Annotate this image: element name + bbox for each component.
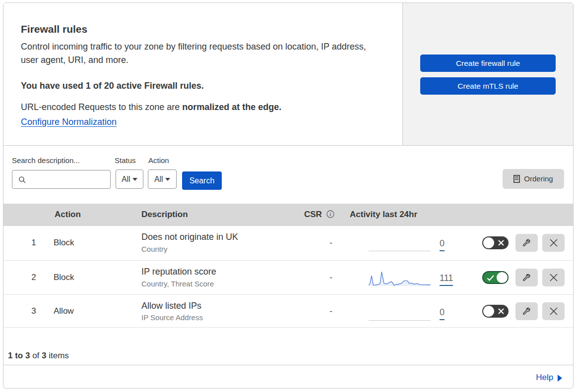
svg-text:i: i [329, 212, 331, 217]
